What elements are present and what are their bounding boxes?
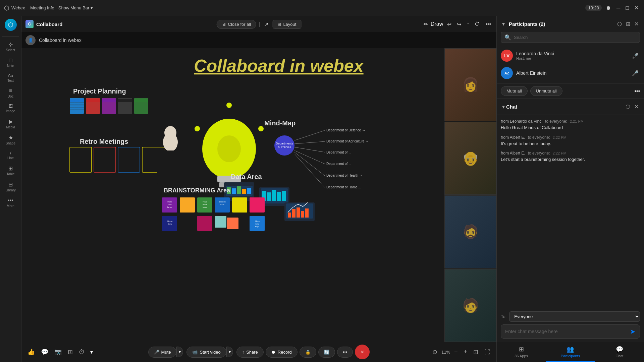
toolbar-note[interactable]: □ Note bbox=[1, 55, 20, 70]
participant-avatar-1: AZ bbox=[501, 67, 513, 79]
svg-point-31 bbox=[195, 126, 200, 131]
tab-participants[interactable]: 👥 Participants bbox=[546, 342, 595, 362]
select-icon: ⊹ bbox=[8, 41, 13, 48]
start-video-label: Start video bbox=[200, 350, 220, 355]
toolbar-shape[interactable]: ★ Shape bbox=[1, 132, 20, 147]
top-bar: ⬡ Webex Meeting Info Show Menu Bar 13:20… bbox=[0, 0, 644, 16]
svg-rect-56 bbox=[305, 208, 309, 218]
options-more-button[interactable]: ••• bbox=[337, 347, 353, 358]
show-menu-bar-btn[interactable]: Show Menu Bar bbox=[58, 5, 93, 10]
chat-message-1: from Albert E. to everyone: 2:22 PM It's… bbox=[501, 135, 640, 147]
send-button[interactable]: ➤ bbox=[630, 327, 636, 336]
mute-participant-1-btn[interactable]: 🎤 bbox=[631, 69, 640, 78]
share-btn[interactable]: ↑ bbox=[465, 20, 471, 28]
record-icon-btn[interactable]: ⏺ bbox=[604, 4, 612, 12]
grid-btn[interactable]: ⊞ bbox=[66, 346, 75, 358]
redo-btn[interactable]: ↪ bbox=[455, 20, 463, 29]
participants-settings-btn[interactable]: ⊞ bbox=[625, 19, 632, 28]
chat-to-select[interactable]: Everyone bbox=[509, 311, 640, 322]
minimize-btn[interactable]: ─ bbox=[615, 4, 622, 12]
more-icon: ••• bbox=[8, 197, 13, 203]
participants-search[interactable]: 🔍 bbox=[501, 32, 640, 43]
toolbar-select[interactable]: ⊹ Select bbox=[1, 39, 20, 54]
toolbar-text[interactable]: Aa Text bbox=[1, 71, 20, 84]
collapse-participants-btn[interactable]: ▾ bbox=[501, 19, 506, 28]
participant-item-1[interactable]: AZ Albert Einstein 🎤 bbox=[497, 64, 644, 82]
layout-button[interactable]: ⊞ Layout bbox=[272, 20, 301, 29]
svg-rect-48 bbox=[277, 192, 281, 201]
toolbar-media[interactable]: ▶ Media bbox=[1, 116, 20, 131]
record-button[interactable]: ⏺ Record bbox=[266, 347, 298, 358]
reactions-button[interactable]: 🔄 bbox=[318, 347, 335, 358]
options-icon: ••• bbox=[343, 350, 347, 355]
toolbar-doc[interactable]: ≡ Doc bbox=[1, 86, 20, 100]
collapse-chat-btn[interactable]: ▾ bbox=[501, 102, 506, 111]
end-call-button[interactable]: ✕ bbox=[355, 345, 370, 359]
history-btn[interactable]: ⏱ bbox=[473, 20, 481, 28]
close-all-button[interactable]: 🖥 Close for all bbox=[217, 20, 256, 29]
zoom-in-btn[interactable]: + bbox=[462, 348, 469, 356]
svg-rect-41 bbox=[242, 189, 246, 194]
collaboard-logo: C bbox=[25, 20, 34, 28]
toolbar-line[interactable]: / Line bbox=[1, 148, 20, 162]
tab-chat[interactable]: 💬 Chat bbox=[595, 342, 644, 362]
options-btn[interactable]: ••• bbox=[484, 20, 492, 28]
share-button[interactable]: ↑ Share bbox=[236, 347, 264, 358]
table-label: Table bbox=[7, 172, 15, 176]
toolbar-library[interactable]: ⊟ Library bbox=[1, 179, 20, 194]
bottom-left-tools: 👍 💬 📷 ⊞ ⏱ ▾ bbox=[25, 346, 93, 358]
participant-item-0[interactable]: LV Leonardo da Vinci Host, me 🎤 bbox=[497, 47, 644, 64]
video-dropdown-btn[interactable]: ▾ bbox=[226, 347, 233, 357]
chat-from-1: from Albert E. bbox=[501, 135, 525, 140]
mute-dropdown-btn[interactable]: ▾ bbox=[176, 347, 183, 357]
mute-all-btn[interactable]: Mute all bbox=[501, 86, 528, 96]
shape-icon: ★ bbox=[8, 134, 13, 141]
svg-text:bays: bays bbox=[255, 226, 260, 228]
toolbar-table[interactable]: ⊞ Table bbox=[1, 163, 20, 178]
more-label: More bbox=[7, 204, 14, 208]
unmute-all-btn[interactable]: Unmute all bbox=[530, 86, 562, 96]
pop-out-participants-btn[interactable]: ⬡ bbox=[616, 19, 623, 28]
toolbar-image[interactable]: 🖼 Image bbox=[1, 102, 20, 115]
start-video-button[interactable]: 📹 Start video bbox=[186, 347, 226, 358]
tab-apps[interactable]: ⊞ 86 Apps bbox=[497, 342, 546, 362]
fit-screen-btn[interactable]: ⊡ bbox=[471, 348, 480, 356]
svg-text:Department of ...: Department of ... bbox=[326, 162, 351, 166]
toolbar-logo: ⬡ bbox=[5, 19, 17, 31]
timer-btn[interactable]: ⏱ bbox=[77, 347, 87, 358]
svg-rect-54 bbox=[297, 207, 300, 218]
zoom-out-btn[interactable]: − bbox=[452, 348, 460, 356]
svg-rect-93 bbox=[227, 218, 238, 229]
pop-out-chat-btn[interactable]: ⬡ bbox=[624, 102, 632, 111]
maximize-btn[interactable]: □ bbox=[624, 4, 630, 12]
mute-button[interactable]: 🎤 Mute bbox=[148, 347, 177, 358]
comment-btn[interactable]: 💬 bbox=[39, 346, 50, 358]
undo-btn[interactable]: ↩ bbox=[446, 20, 453, 29]
fullscreen-btn[interactable]: ⛶ bbox=[482, 348, 492, 356]
zoom-fit-btn[interactable]: ⊙ bbox=[430, 348, 439, 356]
search-input[interactable] bbox=[514, 35, 636, 40]
emoji-btn[interactable]: 👍 bbox=[25, 346, 37, 358]
record-icon: ⏺ bbox=[271, 350, 276, 355]
close-chat-btn[interactable]: ✕ bbox=[633, 102, 640, 111]
canvas-area[interactable]: C Collaboard 🖥 Close for all | ↗ ⊞ Layou… bbox=[21, 16, 496, 362]
chat-input[interactable] bbox=[505, 329, 627, 334]
svg-text:Department of Home ...: Department of Home ... bbox=[326, 185, 361, 189]
toolbar-more[interactable]: ••• More bbox=[1, 195, 20, 210]
whiteboard-content[interactable]: Collaboard in webex Project Planning bbox=[43, 48, 496, 342]
chat-input-area: To: Everyone ➤ bbox=[497, 308, 644, 342]
chat-panel: ▾ Chat ⬡ ✕ from Leonardo da Vinci to eve… bbox=[497, 99, 644, 362]
video-thumb-2: 👴 bbox=[444, 122, 496, 195]
camera-btn[interactable]: 📷 bbox=[52, 346, 64, 358]
svg-rect-40 bbox=[237, 186, 241, 194]
svg-text:Project Planning: Project Planning bbox=[73, 87, 126, 95]
close-participants-btn[interactable]: ✕ bbox=[633, 19, 640, 28]
share-screen-btn[interactable]: ↗ bbox=[263, 20, 270, 29]
meeting-info-btn[interactable]: Meeting Info bbox=[30, 5, 54, 10]
share-icon: ↑ bbox=[242, 350, 245, 355]
close-btn[interactable]: ✕ bbox=[633, 3, 640, 12]
more-button[interactable]: 🔒 bbox=[300, 347, 316, 358]
mute-participant-0-btn[interactable]: 🎤 bbox=[631, 51, 640, 60]
participant-avatar-0: LV bbox=[501, 50, 513, 62]
shape-label: Shape bbox=[6, 141, 15, 145]
